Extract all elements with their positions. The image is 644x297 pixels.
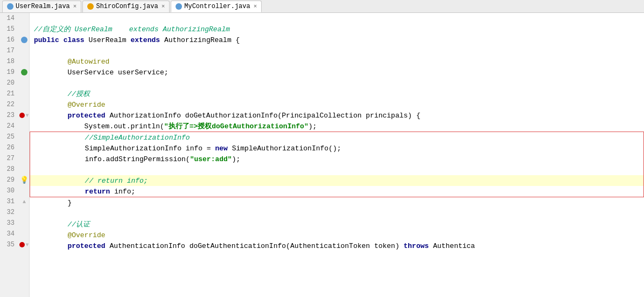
tab-icon-my-controller bbox=[176, 3, 182, 10]
debug-dot-35 bbox=[19, 242, 25, 247]
gutter-row-15: 15 bbox=[0, 24, 29, 34]
editor-area: 14 15 16 17 18 19 bbox=[0, 13, 644, 297]
gutter-row-16: 16 bbox=[0, 34, 29, 45]
gutter-row-27: 27 bbox=[0, 153, 29, 164]
gutter-row-25: 25 bbox=[0, 132, 29, 142]
gutter-icon-16 bbox=[19, 37, 30, 43]
bulb-icon-29: 💡 bbox=[20, 176, 29, 184]
line-num-34: 34 bbox=[0, 230, 19, 238]
gutter-row-31: 31 ▲ bbox=[0, 196, 29, 207]
code-line-15: //自定义的 UserRealm extends AuthorizingReal… bbox=[30, 24, 644, 34]
green-circle-19 bbox=[21, 69, 27, 75]
line-num-29: 29 bbox=[0, 176, 19, 184]
line-num-31: 31 bbox=[0, 198, 19, 205]
line-num-23: 23 bbox=[0, 112, 19, 119]
line-num-26: 26 bbox=[0, 144, 19, 151]
code-line-31: } bbox=[30, 197, 644, 208]
line-num-35: 35 bbox=[0, 241, 19, 248]
code-line-22: @Override bbox=[30, 99, 644, 110]
comment-33: //认证 bbox=[34, 219, 90, 229]
text-35b: Authentica bbox=[429, 242, 475, 250]
red-box-region: //SimpleAuthorizationInfo SimpleAuthoriz… bbox=[30, 132, 644, 197]
tab-close-user-realm[interactable]: × bbox=[73, 3, 77, 10]
code-line-25: //SimpleAuthorizationInfo bbox=[30, 132, 643, 143]
gutter-row-18: 18 bbox=[0, 56, 29, 67]
line-num-16: 16 bbox=[0, 36, 19, 44]
kw-class-16: class bbox=[64, 36, 85, 44]
line-num-22: 22 bbox=[0, 101, 19, 108]
line-num-30: 30 bbox=[0, 187, 19, 195]
gutter-row-20: 20 bbox=[0, 78, 29, 88]
text-16: UserRealm bbox=[85, 36, 131, 44]
bookmark-35: ▼ bbox=[25, 242, 29, 248]
tab-user-realm[interactable]: UserRealm.java × bbox=[2, 1, 81, 12]
line-num-21: 21 bbox=[0, 90, 19, 98]
comment-21: //授权 bbox=[34, 89, 90, 99]
annotation-22: @Override bbox=[34, 101, 106, 109]
tab-close-my-controller[interactable]: × bbox=[254, 3, 257, 10]
gutter-row-23: 23 ▼ bbox=[0, 110, 29, 121]
kw-extends-16: extends bbox=[130, 36, 160, 44]
tab-close-shiro-config[interactable]: × bbox=[162, 3, 165, 10]
text-23: AuthorizationInfo doGetAuthorizationInfo… bbox=[106, 112, 421, 120]
tab-shiro-config[interactable]: ShiroConfig.java × bbox=[82, 1, 170, 12]
tab-icon-user-realm bbox=[7, 3, 13, 10]
gutter-row-30: 30 bbox=[0, 185, 29, 196]
text-27a: info.addStringPermission( bbox=[34, 155, 190, 163]
circle-icon-16 bbox=[21, 37, 27, 43]
gutter-row-32: 32 bbox=[0, 207, 29, 218]
code-line-17 bbox=[30, 45, 644, 56]
kw-protected-35: protected bbox=[34, 242, 106, 250]
code-line-35: protected AuthenticationInfo doGetAuthen… bbox=[30, 240, 644, 251]
line-num-28: 28 bbox=[0, 165, 19, 173]
gutter-row-22: 22 bbox=[0, 99, 29, 110]
line-num-17: 17 bbox=[0, 47, 19, 54]
code-line-28 bbox=[30, 164, 643, 175]
kw-return-30: return bbox=[34, 188, 110, 196]
line-num-25: 25 bbox=[0, 133, 19, 141]
line-num-32: 32 bbox=[0, 209, 19, 216]
gutter-row-35: 35 ▼ bbox=[0, 239, 29, 250]
gutter-icon-31: ▲ bbox=[19, 199, 30, 205]
code-line-32 bbox=[30, 208, 644, 219]
gutter-icon-35: ▼ bbox=[19, 242, 30, 248]
code-lines: //自定义的 UserRealm extends AuthorizingReal… bbox=[30, 13, 644, 251]
gutter-icon-19 bbox=[19, 69, 30, 75]
line-num-14: 14 bbox=[0, 15, 19, 22]
gutter-row-34: 34 bbox=[0, 229, 29, 239]
gutter-row-21: 21 bbox=[0, 88, 29, 99]
gutter-row-29: 29 💡 bbox=[0, 175, 29, 185]
code-line-19: UserService userService; bbox=[30, 67, 644, 78]
gutter-icon-23: ▼ bbox=[19, 113, 30, 119]
text-35a: AuthenticationInfo doGetAuthenticationIn… bbox=[106, 242, 404, 250]
text-26a: SimpleAuthorizationInfo info = bbox=[34, 144, 215, 153]
space-16a bbox=[59, 36, 64, 44]
text-30: info; bbox=[110, 188, 135, 196]
line-num-18: 18 bbox=[0, 58, 19, 65]
bookmark-23: ▼ bbox=[25, 113, 29, 119]
tab-my-controller[interactable]: MyController.java × bbox=[171, 1, 262, 12]
text-24b: ); bbox=[309, 122, 317, 130]
code-content[interactable]: //自定义的 UserRealm extends AuthorizingReal… bbox=[30, 13, 644, 297]
code-line-29: // return info; bbox=[30, 175, 643, 186]
code-line-27: info.addStringPermission("user:add"); bbox=[30, 154, 643, 164]
code-line-14 bbox=[30, 13, 644, 24]
debug-dot-23 bbox=[19, 113, 25, 118]
string-27: "user:add" bbox=[190, 155, 232, 163]
line-gutter: 14 15 16 17 18 19 bbox=[0, 13, 30, 297]
line-num-27: 27 bbox=[0, 155, 19, 162]
code-line-24: System.out.println("执行了=>授权doGetAuthoriz… bbox=[30, 121, 644, 132]
fold-icon-31[interactable]: ▲ bbox=[23, 199, 26, 205]
comment-25: //SimpleAuthorizationInfo bbox=[34, 134, 190, 142]
annotation-18: @Autowired bbox=[34, 58, 109, 66]
code-line-26: SimpleAuthorizationInfo info = new Simpl… bbox=[30, 143, 643, 154]
kw-public-16: public bbox=[34, 36, 59, 44]
code-line-16: public class UserRealm extends Authorizi… bbox=[30, 34, 644, 45]
gutter-row-19: 19 bbox=[0, 67, 29, 78]
gutter-row-28: 28 bbox=[0, 164, 29, 175]
line-num-33: 33 bbox=[0, 219, 19, 227]
text-31: } bbox=[34, 199, 72, 207]
tab-label-user-realm: UserRealm.java bbox=[16, 3, 70, 10]
line-num-19: 19 bbox=[0, 68, 19, 76]
text-26b: SimpleAuthorizationInfo(); bbox=[228, 144, 341, 153]
